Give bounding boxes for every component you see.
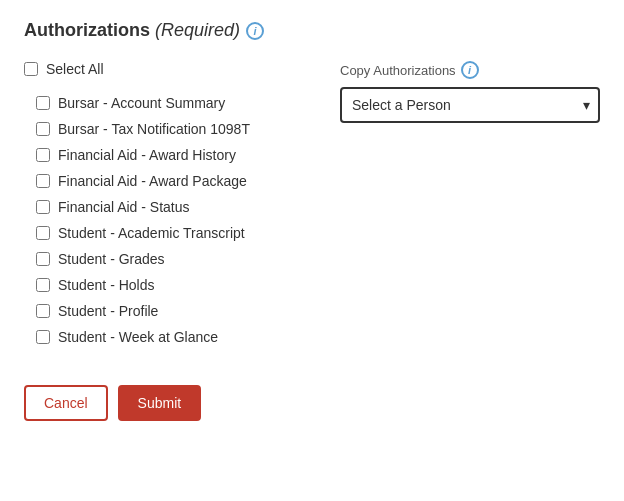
authorization-checkbox-student-profile[interactable]	[36, 304, 50, 318]
authorization-label-student-week[interactable]: Student - Week at Glance	[58, 329, 218, 345]
authorization-checkbox-student-transcript[interactable]	[36, 226, 50, 240]
authorization-label-student-grades[interactable]: Student - Grades	[58, 251, 165, 267]
main-content: Select All Bursar - Account SummaryBursa…	[24, 61, 600, 355]
list-item: Student - Week at Glance	[24, 329, 300, 345]
header-info-icon[interactable]: i	[246, 22, 264, 40]
authorization-label-financial-aid-status[interactable]: Financial Aid - Status	[58, 199, 190, 215]
select-all-label[interactable]: Select All	[46, 61, 104, 77]
authorization-checkbox-financial-aid-package[interactable]	[36, 174, 50, 188]
copy-auth-label: Copy Authorizations	[340, 63, 456, 78]
authorization-checkbox-bursar-account[interactable]	[36, 96, 50, 110]
footer-buttons: Cancel Submit	[24, 385, 600, 421]
list-item: Student - Holds	[24, 277, 300, 293]
list-item: Financial Aid - Status	[24, 199, 300, 215]
title-subtitle: (Required)	[155, 20, 240, 40]
submit-button[interactable]: Submit	[118, 385, 202, 421]
authorization-checkbox-student-holds[interactable]	[36, 278, 50, 292]
left-panel: Select All Bursar - Account SummaryBursa…	[24, 61, 300, 355]
page-title: Authorizations (Required)	[24, 20, 240, 41]
select-all-row: Select All	[24, 61, 300, 77]
list-item: Student - Profile	[24, 303, 300, 319]
authorization-label-student-holds[interactable]: Student - Holds	[58, 277, 155, 293]
authorization-label-student-profile[interactable]: Student - Profile	[58, 303, 158, 319]
page-header: Authorizations (Required) i	[24, 20, 600, 41]
list-item: Student - Academic Transcript	[24, 225, 300, 241]
authorization-checkbox-student-grades[interactable]	[36, 252, 50, 266]
authorization-label-student-transcript[interactable]: Student - Academic Transcript	[58, 225, 245, 241]
authorization-checkbox-bursar-tax[interactable]	[36, 122, 50, 136]
copy-auth-section: Copy Authorizations i	[340, 61, 600, 79]
checkboxes-container: Bursar - Account SummaryBursar - Tax Not…	[24, 95, 300, 345]
title-text: Authorizations	[24, 20, 150, 40]
copy-auth-info-icon[interactable]: i	[461, 61, 479, 79]
select-all-checkbox[interactable]	[24, 62, 38, 76]
authorization-checkbox-financial-aid-status[interactable]	[36, 200, 50, 214]
list-item: Bursar - Account Summary	[24, 95, 300, 111]
cancel-button[interactable]: Cancel	[24, 385, 108, 421]
authorization-checkbox-financial-aid-history[interactable]	[36, 148, 50, 162]
authorization-label-bursar-account[interactable]: Bursar - Account Summary	[58, 95, 225, 111]
right-panel: Copy Authorizations i Select a Person	[340, 61, 600, 123]
authorization-label-financial-aid-history[interactable]: Financial Aid - Award History	[58, 147, 236, 163]
authorization-label-bursar-tax[interactable]: Bursar - Tax Notification 1098T	[58, 121, 250, 137]
list-item: Financial Aid - Award History	[24, 147, 300, 163]
person-select-wrapper: Select a Person	[340, 87, 600, 123]
authorization-checkbox-student-week[interactable]	[36, 330, 50, 344]
list-item: Financial Aid - Award Package	[24, 173, 300, 189]
list-item: Student - Grades	[24, 251, 300, 267]
list-item: Bursar - Tax Notification 1098T	[24, 121, 300, 137]
authorization-label-financial-aid-package[interactable]: Financial Aid - Award Package	[58, 173, 247, 189]
select-person-dropdown[interactable]: Select a Person	[340, 87, 600, 123]
